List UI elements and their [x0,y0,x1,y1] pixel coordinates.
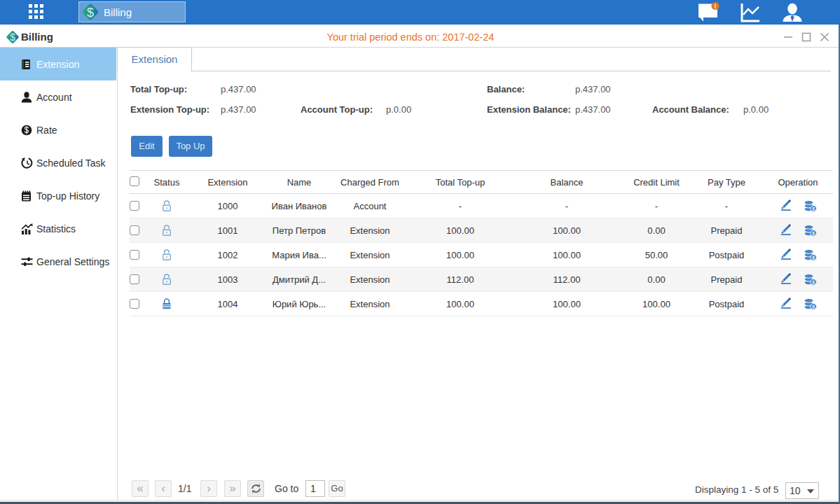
svg-text:$: $ [87,6,94,20]
svg-text:$: $ [811,279,815,286]
svg-text:$: $ [811,255,815,261]
svg-text:!: ! [715,3,717,10]
svg-text:$: $ [811,206,815,212]
svg-text:$: $ [811,230,815,237]
svg-text:$: $ [811,304,815,310]
